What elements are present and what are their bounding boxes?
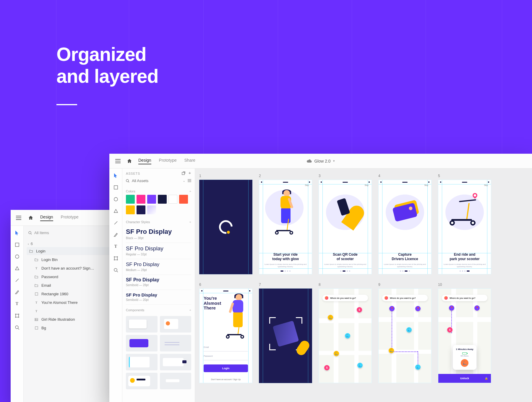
poi-icon[interactable]: 🛴 (406, 327, 412, 333)
artboard-onboarding[interactable]: Skip Capture Drivers Licence Lorem Ipsum… (378, 180, 432, 274)
tab-design[interactable]: Design (40, 215, 53, 221)
character-style[interactable]: SF Pro DisplayMedium — 28pt (126, 259, 191, 275)
artboard-tool-icon[interactable] (14, 313, 20, 319)
artboard-onboarding[interactable]: Skip Start your ride today with (259, 180, 312, 274)
add-icon[interactable]: + (189, 189, 191, 193)
hamburger-icon[interactable] (115, 159, 121, 163)
character-style[interactable]: SF Pro DisplayBlack — 38pt (126, 226, 191, 243)
tab-prototype[interactable]: Prototype (159, 158, 177, 164)
skip-link[interactable]: Skip (305, 184, 309, 186)
tab-design[interactable]: Design (138, 158, 151, 164)
text-tool-icon[interactable]: T (14, 301, 20, 307)
poi-icon[interactable]: 🛴 (389, 348, 394, 353)
zoom-tool-icon[interactable] (113, 267, 119, 273)
poi-icon[interactable]: 🛴 (334, 351, 339, 356)
color-swatch[interactable] (147, 205, 156, 214)
component-thumb[interactable] (160, 316, 192, 333)
component-thumb[interactable] (126, 354, 158, 370)
layer-row[interactable]: Login (27, 247, 120, 255)
line-tool-icon[interactable] (14, 277, 20, 283)
layer-row[interactable]: Girl Ride Illustration (27, 315, 120, 323)
select-tool-icon[interactable] (14, 230, 20, 236)
layer-row[interactable]: TDon't have an account? Sign… (27, 264, 120, 272)
layer-row[interactable]: Password (27, 273, 120, 281)
map-search[interactable]: Where do you want to go? (322, 295, 368, 301)
list-view-icon[interactable] (188, 179, 191, 183)
poi-icon[interactable]: 📍 (449, 305, 454, 311)
layer-row[interactable]: Rectangle 1960 (27, 290, 120, 298)
skip-link[interactable]: Skip (484, 184, 488, 186)
poi-icon[interactable]: 🛴 (328, 315, 333, 320)
component-thumb[interactable] (126, 316, 158, 333)
poi-icon[interactable]: $ (324, 365, 330, 370)
artboard-splash[interactable] (199, 180, 252, 274)
layer-row[interactable]: Bg (27, 324, 120, 332)
component-thumb[interactable] (160, 354, 192, 370)
layers-search[interactable]: All Items (27, 229, 120, 236)
artboard-qr[interactable] (259, 288, 312, 383)
pen-tool-icon[interactable] (113, 232, 119, 238)
artboard-login[interactable]: You're Alsmost There Email Password (199, 288, 252, 383)
rectangle-tool-icon[interactable] (113, 184, 119, 190)
poi-icon[interactable]: 📍 (415, 306, 421, 311)
color-swatch[interactable] (179, 195, 188, 204)
text-tool-icon[interactable]: T (113, 244, 119, 249)
ellipse-tool-icon[interactable] (14, 254, 20, 260)
email-field[interactable]: Email (204, 346, 248, 351)
map-search[interactable]: Where do you want to go? (382, 295, 428, 301)
color-swatch[interactable] (137, 205, 145, 214)
color-swatch[interactable] (126, 195, 135, 204)
add-icon[interactable]: + (189, 308, 191, 312)
layer-row[interactable]: Email (27, 281, 120, 289)
layer-row[interactable]: TYou're Alsmost There (27, 299, 120, 307)
poi-icon[interactable]: 📍 (474, 305, 480, 311)
character-style[interactable]: SF Pro DisplayRegular — 32pt (126, 243, 191, 259)
map-search[interactable]: Where do you want to go? (442, 295, 487, 301)
skip-link[interactable]: Skip (364, 184, 369, 186)
component-thumb[interactable] (160, 335, 192, 351)
component-thumb[interactable] (126, 335, 158, 351)
polygon-tool-icon[interactable] (113, 208, 119, 214)
assets-search[interactable]: All Assets ⌄ (122, 177, 195, 186)
tab-share[interactable]: Share (184, 158, 195, 164)
artboard-onboarding[interactable]: Skip End ride and park your scooter Lore… (438, 180, 491, 274)
design-canvas[interactable]: 1 2 Skip (195, 168, 532, 402)
color-swatch[interactable] (168, 195, 177, 204)
password-field[interactable]: Password (204, 355, 248, 360)
poi-icon[interactable]: 🛴 (415, 364, 421, 370)
signup-link[interactable]: Don't have an account / Sign Up (200, 378, 252, 380)
color-swatch[interactable] (126, 205, 135, 214)
tab-prototype[interactable]: Prototype (61, 215, 79, 221)
home-icon[interactable] (127, 159, 132, 163)
layer-row[interactable]: Login Btn (27, 256, 120, 264)
artboard-map[interactable]: Where do you want to go? $ 🛴 🛴 🛴 🛴 $ (319, 288, 372, 383)
poi-icon[interactable]: $ (357, 307, 362, 312)
color-swatch[interactable] (147, 195, 156, 204)
poi-icon[interactable]: 🛴 (345, 333, 350, 338)
home-icon[interactable] (28, 215, 33, 220)
add-icon[interactable]: + (188, 171, 191, 176)
poi-icon[interactable]: $ (447, 327, 452, 333)
poi-icon[interactable]: 📍 (389, 306, 395, 311)
select-tool-icon[interactable] (113, 173, 119, 179)
add-icon[interactable]: + (189, 220, 191, 224)
character-style[interactable]: SF Pro DisplaySemibold — 28pt (126, 275, 191, 290)
hamburger-icon[interactable] (16, 216, 21, 220)
character-style[interactable]: SF Pro DisplaySemibold — 20pt (126, 290, 191, 305)
popout-icon[interactable] (182, 171, 185, 176)
rectangle-tool-icon[interactable] (14, 242, 20, 248)
layers-breadcrumb[interactable]: ‹6 (27, 241, 120, 247)
pen-tool-icon[interactable] (14, 289, 20, 295)
document-title[interactable]: Glow 2.0 ▾ (306, 159, 335, 163)
zoom-tool-icon[interactable] (14, 325, 20, 330)
polygon-tool-icon[interactable] (14, 265, 20, 271)
ellipse-tool-icon[interactable] (113, 196, 119, 202)
poi-icon[interactable]: 🛴 (357, 363, 363, 368)
login-button[interactable]: Login (204, 364, 248, 372)
line-tool-icon[interactable] (113, 220, 119, 226)
skip-link[interactable]: Skip (424, 184, 428, 186)
artboard-onboarding[interactable]: Skip Scan QR Code of scooter Lorem Ipsum… (319, 180, 372, 274)
artboard-map[interactable]: Where do you want to go? 📍 📍 $ 1 Minutes… (438, 288, 491, 383)
artboard-tool-icon[interactable] (113, 255, 119, 261)
color-swatch[interactable] (158, 195, 167, 204)
